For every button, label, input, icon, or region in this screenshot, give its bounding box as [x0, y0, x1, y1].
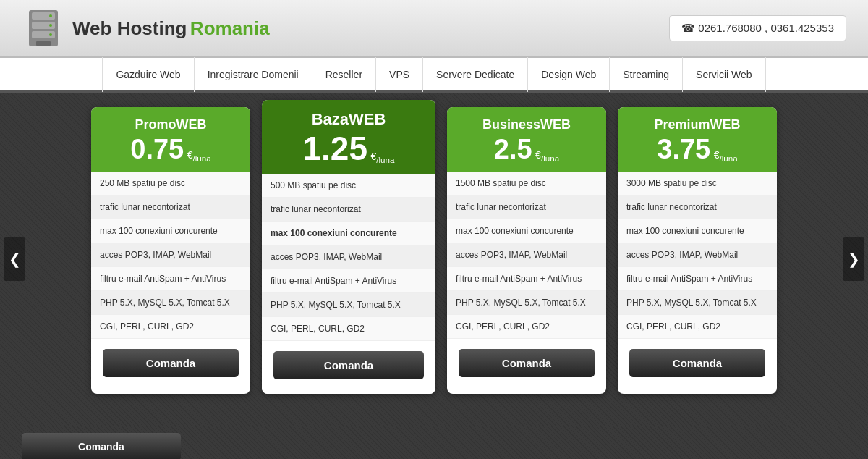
svg-point-4 — [49, 14, 52, 17]
plan-business-footer: Comanda — [447, 339, 606, 387]
plan-premium-price: 3.75 — [657, 134, 710, 164]
logo-text: Web Hosting Romania — [72, 17, 270, 40]
plan-baza: BazaWEB 1.25 €/luna 500 MB spatiu pe dis… — [262, 100, 435, 394]
plan-promo-price: 0.75 — [130, 134, 184, 164]
carousel-left-arrow[interactable]: ❮ — [4, 237, 25, 281]
plan-premium-price-row: 3.75 €/luna — [625, 135, 770, 163]
nav-inregistrare-domenii[interactable]: Inregistrare Domenii — [195, 57, 312, 92]
feature-item: filtru e-mail AntiSpam + AntiVirus — [618, 267, 777, 291]
main-content: ❮ ❯ PromoWEB 0.75 €/luna 250 MB spatiu p… — [0, 93, 868, 426]
plans-container: PromoWEB 0.75 €/luna 250 MB spatiu pe di… — [51, 107, 817, 394]
feature-item: 1500 MB spatiu pe disc — [447, 172, 606, 195]
feature-item: CGI, PERL, CURL, GD2 — [262, 317, 435, 341]
plan-promo-order-button[interactable]: Comanda — [103, 349, 239, 377]
plan-premium: PremiumWEB 3.75 €/luna 3000 MB spatiu pe… — [618, 107, 777, 394]
nav-streaming[interactable]: Streaming — [610, 57, 683, 92]
plan-promo: PromoWEB 0.75 €/luna 250 MB spatiu pe di… — [91, 107, 250, 394]
plan-premium-header: PremiumWEB 3.75 €/luna — [618, 107, 777, 172]
feature-item: PHP 5.X, MySQL 5.X, Tomcat 5.X — [618, 291, 777, 315]
feature-item: max 100 conexiuni concurente — [262, 222, 435, 245]
plan-business-price-row: 2.5 €/luna — [454, 135, 599, 163]
plan-business-unit: €/luna — [535, 149, 559, 161]
phone-number: ☎ 0261.768080 , 0361.425353 — [681, 22, 834, 35]
feature-item: acces POP3, IMAP, WebMail — [618, 243, 777, 267]
nav-servicii-web[interactable]: Servicii Web — [683, 57, 766, 92]
plan-baza-header: BazaWEB 1.25 €/luna — [262, 100, 435, 174]
feature-item: CGI, PERL, CURL, GD2 — [447, 315, 606, 339]
plan-promo-name: PromoWEB — [98, 117, 243, 132]
phone-box: ☎ 0261.768080 , 0361.425353 — [669, 15, 846, 41]
feature-item: CGI, PERL, CURL, GD2 — [618, 315, 777, 339]
plan-baza-price: 1.25 — [302, 130, 367, 167]
plan-business-header: BusinessWEB 2.5 €/luna — [447, 107, 606, 172]
plan-business-order-button[interactable]: Comanda — [459, 349, 595, 377]
header: Web Hosting Romania ☎ 0261.768080 , 0361… — [0, 0, 868, 58]
plan-baza-features: 500 MB spatiu pe disc trafic lunar necon… — [262, 174, 435, 341]
feature-item: PHP 5.X, MySQL 5.X, Tomcat 5.X — [91, 291, 250, 315]
feature-item: trafic lunar necontorizat — [262, 198, 435, 222]
plan-promo-footer: Comanda — [91, 339, 250, 387]
feature-item: CGI, PERL, CURL, GD2 — [91, 315, 250, 339]
feature-item: PHP 5.X, MySQL 5.X, Tomcat 5.X — [447, 291, 606, 315]
plan-premium-footer: Comanda — [618, 339, 777, 387]
feature-item: max 100 conexiuni concurente — [91, 219, 250, 243]
nav-design-web[interactable]: Design Web — [528, 57, 610, 92]
feature-item: filtru e-mail AntiSpam + AntiVirus — [91, 267, 250, 291]
plan-baza-order-button[interactable]: Comanda — [273, 351, 424, 379]
bottom-order-button[interactable]: Comanda — [22, 433, 181, 459]
main-nav: Gazduire Web Inregistrare Domenii Resell… — [0, 58, 868, 93]
svg-point-5 — [49, 24, 52, 27]
feature-item: max 100 conexiuni concurente — [447, 219, 606, 243]
plan-business-name: BusinessWEB — [454, 117, 599, 132]
plan-business-price: 2.5 — [494, 134, 532, 164]
plan-baza-unit: €/luna — [370, 151, 394, 162]
feature-item: acces POP3, IMAP, WebMail — [447, 243, 606, 267]
plan-premium-unit: €/luna — [714, 149, 738, 161]
svg-point-6 — [49, 33, 52, 36]
svg-rect-7 — [36, 41, 51, 46]
plan-premium-features: 3000 MB spatiu pe disc trafic lunar neco… — [618, 172, 777, 339]
plan-baza-name: BazaWEB — [269, 110, 428, 129]
plan-promo-features: 250 MB spatiu pe disc trafic lunar necon… — [91, 172, 250, 339]
plan-promo-header: PromoWEB 0.75 €/luna — [91, 107, 250, 172]
feature-item: 250 MB spatiu pe disc — [91, 172, 250, 195]
feature-item: PHP 5.X, MySQL 5.X, Tomcat 5.X — [262, 293, 435, 317]
logo-area: Web Hosting Romania — [22, 7, 270, 50]
feature-item: acces POP3, IMAP, WebMail — [262, 245, 435, 269]
plan-baza-price-row: 1.25 €/luna — [269, 132, 428, 165]
feature-item: filtru e-mail AntiSpam + AntiVirus — [447, 267, 606, 291]
feature-item: filtru e-mail AntiSpam + AntiVirus — [262, 269, 435, 293]
plan-premium-order-button[interactable]: Comanda — [629, 349, 765, 377]
feature-item: 500 MB spatiu pe disc — [262, 174, 435, 198]
nav-servere-dedicate[interactable]: Servere Dedicate — [423, 57, 528, 92]
plan-baza-footer: Comanda — [262, 341, 435, 394]
server-icon — [22, 7, 65, 50]
carousel-right-arrow[interactable]: ❯ — [843, 237, 864, 281]
nav-reseller[interactable]: Reseller — [312, 57, 376, 92]
plan-promo-price-row: 0.75 €/luna — [98, 135, 243, 163]
plan-premium-name: PremiumWEB — [625, 117, 770, 132]
feature-item: trafic lunar necontorizat — [447, 195, 606, 219]
bottom-bar: Comanda — [0, 426, 868, 459]
feature-item: acces POP3, IMAP, WebMail — [91, 243, 250, 267]
plan-promo-unit: €/luna — [187, 149, 211, 161]
feature-item: 3000 MB spatiu pe disc — [618, 172, 777, 195]
nav-gazduire-web[interactable]: Gazduire Web — [102, 57, 194, 92]
feature-item: trafic lunar necontorizat — [618, 195, 777, 219]
feature-item: trafic lunar necontorizat — [91, 195, 250, 219]
feature-item: max 100 conexiuni concurente — [618, 219, 777, 243]
plan-business-features: 1500 MB spatiu pe disc trafic lunar neco… — [447, 172, 606, 339]
nav-vps[interactable]: VPS — [376, 57, 423, 92]
plan-business: BusinessWEB 2.5 €/luna 1500 MB spatiu pe… — [447, 107, 606, 394]
